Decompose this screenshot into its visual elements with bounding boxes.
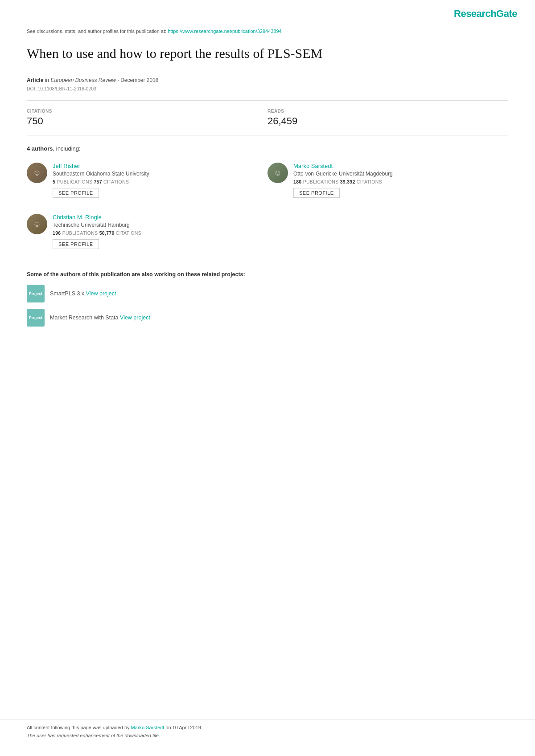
reads-label: READS (268, 109, 508, 114)
see-profile-button-christian[interactable]: SEE PROFILE (53, 239, 99, 249)
author-affiliation-marko: Otto-von-Guericke-Universität Magdeburg (293, 171, 508, 177)
project-name-stata: Market Research with Stata (50, 315, 120, 321)
project-badge-text-smartpls: Project (29, 291, 42, 296)
christian-pubs-value: 196 (53, 230, 61, 236)
authors-grid: ☺ Jeff Risher Southeastern Oklahoma Stat… (0, 158, 535, 261)
citations-value: 750 (27, 115, 268, 127)
christian-pubs-label: PUBLICATIONS (62, 230, 99, 236)
marko-cit-label: CITATIONS (357, 179, 382, 184)
avatar-marko: ☺ (268, 163, 288, 183)
article-in: in (43, 77, 50, 83)
authors-suffix: , including: (53, 145, 81, 152)
project-link-smartpls[interactable]: View project (86, 290, 116, 297)
projects-header: Some of the authors of this publication … (27, 271, 508, 278)
author-name-marko[interactable]: Marko Sarstedt (293, 163, 508, 169)
page-wrapper: ResearchGate See discussions, stats, and… (0, 0, 535, 756)
footer-uploader-link[interactable]: Marko Sarstedt (131, 725, 165, 730)
avatar-face-jeff: ☺ (27, 163, 47, 183)
header: ResearchGate (0, 0, 535, 24)
citations-label: CITATIONS (27, 109, 268, 114)
project-name-smartpls: SmartPLS 3.x (50, 290, 86, 297)
authors-header: 4 authors, including: (0, 143, 535, 158)
avatar-face-christian: ☺ (27, 214, 47, 234)
project-badge-stata: Project (27, 309, 45, 327)
footer-upload-date: on 10 April 2019. (164, 725, 202, 730)
avatar-face-marko: ☺ (268, 163, 288, 183)
project-text-stata: Market Research with Stata View project (50, 315, 150, 321)
author-top-marko: ☺ Marko Sarstedt Otto-von-Guericke-Unive… (268, 163, 508, 198)
project-badge-smartpls: Project (27, 285, 45, 302)
article-date: · December 2018 (116, 77, 158, 83)
top-notice-text: See discussions, stats, and author profi… (27, 29, 168, 34)
doi-label: DOI: (27, 86, 37, 91)
jeff-cit-value: 757 (94, 179, 102, 184)
footer-text-before: All content following this page was uplo… (27, 725, 131, 730)
stats-divider-bottom (27, 135, 508, 135)
project-item-stata: Project Market Research with Stata View … (27, 309, 508, 327)
reads-block: READS 26,459 (268, 109, 508, 127)
article-meta: Article in European Business Review · De… (0, 74, 535, 85)
author-name-jeff[interactable]: Jeff Risher (53, 163, 268, 169)
project-item-smartpls: Project SmartPLS 3.x View project (27, 285, 508, 302)
jeff-cit-label: CITATIONS (103, 179, 129, 184)
author-card-jeff: ☺ Jeff Risher Southeastern Oklahoma Stat… (27, 158, 268, 209)
footer-note: The user has requested enhancement of th… (27, 733, 508, 738)
publication-link[interactable]: https://www.researchgate.net/publication… (168, 29, 282, 34)
author-name-christian[interactable]: Christian M. Ringle (53, 214, 268, 221)
see-profile-button-marko[interactable]: SEE PROFILE (293, 188, 340, 198)
project-badge-text-stata: Project (29, 315, 42, 320)
paper-title: When to use and how to report the result… (27, 45, 508, 62)
top-notice: See discussions, stats, and author profi… (0, 24, 535, 37)
doi-value: 10.1108/EBR-11-2018-0203 (38, 86, 96, 91)
project-link-stata[interactable]: View project (120, 315, 150, 321)
author-stats-marko: 180 PUBLICATIONS 39,392 CITATIONS (293, 179, 508, 184)
see-profile-button-jeff[interactable]: SEE PROFILE (53, 188, 99, 198)
marko-cit-value: 39,392 (340, 179, 355, 184)
doi-line: DOI: 10.1108/EBR-11-2018-0203 (0, 85, 535, 91)
project-text-smartpls: SmartPLS 3.x View project (50, 290, 116, 297)
projects-section: Some of the authors of this publication … (0, 261, 535, 342)
footer-upload-text: All content following this page was uplo… (27, 725, 508, 730)
marko-pubs-value: 180 (293, 179, 301, 184)
author-info-marko: Marko Sarstedt Otto-von-Guericke-Univers… (293, 163, 508, 198)
author-stats-christian: 196 PUBLICATIONS 50,770 CITATIONS (53, 230, 268, 236)
title-section: When to use and how to report the result… (0, 37, 535, 74)
author-top-jeff: ☺ Jeff Risher Southeastern Oklahoma Stat… (27, 163, 268, 198)
avatar-christian: ☺ (27, 214, 47, 234)
christian-cit-value: 50,770 (99, 230, 115, 236)
author-card-marko: ☺ Marko Sarstedt Otto-von-Guericke-Unive… (268, 158, 508, 209)
brand-logo: ResearchGate (454, 8, 517, 20)
christian-cit-label: CITATIONS (116, 230, 141, 236)
reads-value: 26,459 (268, 115, 508, 127)
citations-block: CITATIONS 750 (27, 109, 268, 127)
author-info-jeff: Jeff Risher Southeastern Oklahoma State … (53, 163, 268, 198)
avatar-jeff: ☺ (27, 163, 47, 183)
article-type: Article (27, 77, 43, 83)
footer: All content following this page was uplo… (0, 719, 535, 738)
author-card-christian: ☺ Christian M. Ringle Technische Univers… (27, 209, 268, 261)
article-journal: European Business Review (50, 77, 116, 83)
authors-count: 4 authors (27, 145, 53, 152)
marko-pubs-label: PUBLICATIONS (303, 179, 340, 184)
stats-row: CITATIONS 750 READS 26,459 (0, 101, 535, 135)
author-affiliation-christian: Technische Universität Hamburg (53, 222, 268, 228)
author-affiliation-jeff: Southeastern Oklahoma State University (53, 171, 268, 177)
author-info-christian: Christian M. Ringle Technische Universit… (53, 214, 268, 249)
jeff-pubs-label: PUBLICATIONS (57, 179, 94, 184)
author-stats-jeff: 5 PUBLICATIONS 757 CITATIONS (53, 179, 268, 184)
jeff-pubs-value: 5 (53, 179, 55, 184)
author-top-christian: ☺ Christian M. Ringle Technische Univers… (27, 214, 268, 249)
